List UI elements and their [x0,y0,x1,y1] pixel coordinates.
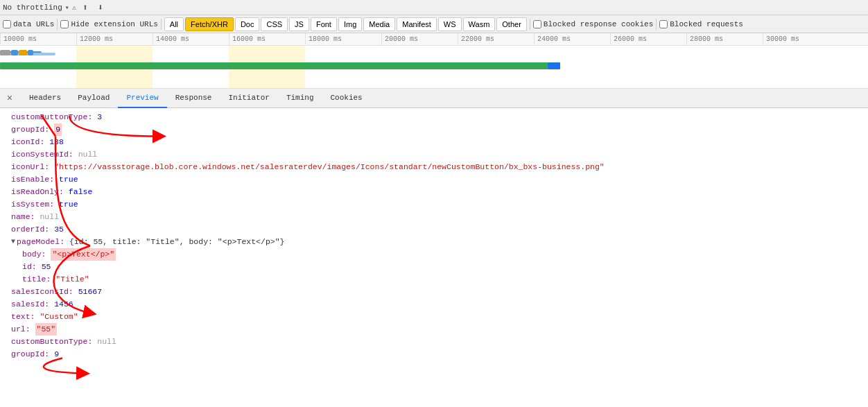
btn-js[interactable]: JS [289,17,309,31]
data-urls-checkbox[interactable]: data URLs [3,20,54,28]
btn-all[interactable]: All [164,17,184,31]
blocked-resp-cookies-checkbox[interactable]: Blocked response cookies [533,20,653,28]
tick-6: 22000 ms [458,33,534,45]
timeline-content [0,46,868,89]
tick-0: 10000 ms [0,33,76,45]
hide-ext-check-input[interactable] [60,20,69,28]
toolbar: No throttling ▾ ⚠ ⬆ ⬇ [0,0,868,15]
filter-bar: data URLs Hide extension URLs All Fetch/… [0,15,868,33]
json-line-id: id: 55 [6,261,862,273]
btn-other[interactable]: Other [496,17,527,31]
json-line-groupId2: groupId: 9 [6,348,862,361]
blocked-requests-checkbox[interactable]: Blocked requests [659,20,743,28]
btn-font[interactable]: Font [311,17,337,31]
request-bar-green [0,62,560,69]
json-line-customButtonType: customButtonType: 3 [6,111,862,123]
tick-7: 24000 ms [534,33,610,45]
btn-media[interactable]: Media [363,17,395,31]
upload-icon[interactable]: ⬆ [79,1,92,14]
hide-ext-label: Hide extension URLs [71,20,157,28]
tab-headers[interactable]: Headers [21,89,69,108]
json-line-orderId: orderId: 35 [6,223,862,236]
tab-payload[interactable]: Payload [69,89,118,108]
tab-timing[interactable]: Timing [278,89,322,108]
btn-img[interactable]: Img [338,17,362,31]
json-line-customButtonType2: customButtonType: null [6,336,862,348]
blocked-resp-cookies-input[interactable] [533,20,541,28]
btn-fetch-xhr[interactable]: Fetch/XHR [185,17,234,31]
json-line-title: title: "Title" [6,273,862,286]
close-panel-button[interactable]: × [3,92,17,105]
json-line-salesId: salesId: 1456 [6,298,862,311]
tick-2: 14000 ms [153,33,229,45]
json-line-isReadOnly: isReadOnly: false [6,186,862,198]
json-line-iconId: iconId: 138 [6,136,862,148]
req-tiny-4 [28,50,33,55]
json-line-iconUrl: iconUrl: "https://vassstorage.blob.core.… [6,161,862,173]
btn-wasm[interactable]: Wasm [463,17,496,31]
tab-initiator[interactable]: Initiator [220,89,277,108]
data-urls-label: data URLs [13,20,54,28]
btn-manifest[interactable]: Manifest [397,17,437,31]
hide-ext-checkbox[interactable]: Hide extension URLs [60,20,157,28]
expand-icon-pageModel[interactable]: ▼ [11,236,15,248]
tab-preview[interactable]: Preview [118,89,166,108]
no-throttling-label: No throttling [3,3,62,12]
json-line-isSystem: isSystem: true [6,198,862,211]
timeline-area: 10000 ms 12000 ms 14000 ms 16000 ms 1800… [0,33,868,89]
tick-1: 12000 ms [76,33,153,45]
tab-cookies[interactable]: Cookies [322,89,371,108]
blocked-resp-cookies-label: Blocked response cookies [544,20,653,28]
request-bar-blue-end [548,62,560,69]
panel-tabs: × Headers Payload Preview Response Initi… [0,89,868,108]
btn-ws[interactable]: WS [438,17,462,31]
blocked-requests-label: Blocked requests [670,20,743,28]
dropdown-arrow-icon[interactable]: ▾ [65,3,69,12]
json-line-url: url: "55" [6,323,862,336]
data-urls-check-input[interactable] [3,20,11,28]
tick-4: 18000 ms [305,33,381,45]
req-tiny-3 [19,50,27,55]
download-icon[interactable]: ⬇ [94,1,107,14]
json-line-groupId: groupId: 9 [6,123,862,136]
json-line-text: text: "Custom" [6,311,862,323]
json-line-pageModel[interactable]: ▼ pageModel: {id: 55, title: "Title", bo… [6,236,862,248]
btn-doc[interactable]: Doc [235,17,260,31]
blocked-requests-input[interactable] [659,20,668,28]
tick-5: 20000 ms [381,33,458,45]
tick-9: 28000 ms [686,33,763,45]
json-line-name: name: null [6,211,862,223]
tick-3: 16000 ms [229,33,305,45]
btn-css[interactable]: CSS [261,17,288,31]
json-panel: customButtonType: 3 groupId: 9 iconId: 1… [0,108,868,407]
tick-10: 30000 ms [763,33,839,45]
timeline-ruler: 10000 ms 12000 ms 14000 ms 16000 ms 1800… [0,33,868,46]
json-line-body: body: "<p>Text</p>" [6,248,862,261]
warning-icon: ⚠ [72,3,76,12]
tick-8: 26000 ms [610,33,686,45]
json-line-isEnable: isEnable: true [6,173,862,186]
req-tiny-2 [11,50,18,55]
tab-response[interactable]: Response [167,89,220,108]
req-tiny-1 [0,50,10,55]
json-line-iconSystemId: iconSystemId: null [6,148,862,161]
json-line-salesIconsId: salesIconsId: 51667 [6,286,862,298]
